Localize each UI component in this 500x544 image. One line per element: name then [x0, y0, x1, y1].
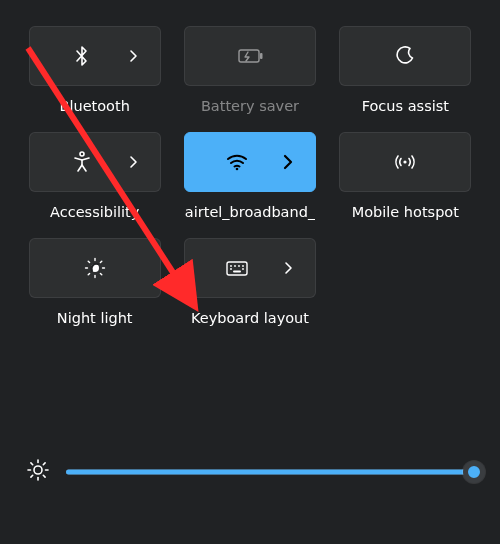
wifi-chevron-icon[interactable]	[283, 154, 293, 170]
brightness-slider[interactable]	[66, 460, 474, 484]
svg-point-17	[238, 265, 240, 267]
battery-saver-tile[interactable]	[184, 26, 316, 86]
svg-line-11	[100, 273, 101, 274]
brightness-row	[26, 458, 474, 486]
svg-line-12	[88, 273, 89, 274]
moon-icon	[395, 46, 415, 66]
mobile-hotspot-tile-wrap: Mobile hotspot	[337, 132, 474, 220]
hotspot-icon	[393, 152, 417, 172]
svg-rect-21	[233, 271, 241, 273]
svg-point-20	[242, 268, 244, 270]
svg-rect-1	[260, 53, 263, 59]
svg-point-16	[234, 265, 236, 267]
battery-saver-tile-wrap: Battery saver	[181, 26, 318, 114]
accessibility-icon	[72, 151, 92, 173]
svg-point-4	[404, 160, 407, 163]
quick-settings-panel: Bluetooth Battery saver	[0, 0, 500, 326]
bluetooth-tile[interactable]	[29, 26, 161, 86]
svg-point-22	[34, 466, 42, 474]
night-light-icon	[84, 257, 106, 279]
svg-line-30	[43, 463, 45, 465]
svg-rect-14	[227, 262, 247, 275]
wifi-icon	[226, 153, 248, 171]
bluetooth-icon	[73, 45, 91, 67]
svg-line-13	[100, 261, 101, 262]
svg-point-18	[242, 265, 244, 267]
svg-line-28	[43, 475, 45, 477]
mobile-hotspot-tile[interactable]	[339, 132, 471, 192]
mobile-hotspot-label: Mobile hotspot	[352, 204, 459, 220]
brightness-fill	[66, 470, 474, 475]
brightness-thumb[interactable]	[463, 461, 485, 483]
accessibility-chevron-icon[interactable]	[129, 155, 138, 169]
focus-assist-tile[interactable]	[339, 26, 471, 86]
accessibility-tile-wrap: Accessibility	[26, 132, 163, 220]
svg-line-29	[31, 475, 33, 477]
accessibility-label: Accessibility	[50, 204, 139, 220]
svg-line-27	[31, 463, 33, 465]
keyboard-icon	[225, 259, 249, 277]
bluetooth-chevron-icon[interactable]	[129, 49, 138, 63]
svg-point-19	[230, 268, 232, 270]
svg-line-10	[88, 261, 89, 262]
empty-tile-wrap	[337, 238, 474, 326]
night-light-label: Night light	[57, 310, 133, 326]
tiles-grid: Bluetooth Battery saver	[26, 26, 474, 326]
focus-assist-label: Focus assist	[362, 98, 449, 114]
keyboard-layout-tile[interactable]	[184, 238, 316, 298]
wifi-label: airtel_broadband_	[185, 204, 315, 220]
night-light-tile[interactable]	[29, 238, 161, 298]
keyboard-layout-label: Keyboard layout	[191, 310, 309, 326]
keyboard-layout-chevron-icon[interactable]	[284, 261, 293, 275]
accessibility-tile[interactable]	[29, 132, 161, 192]
svg-point-15	[230, 265, 232, 267]
bluetooth-label: Bluetooth	[59, 98, 129, 114]
svg-rect-0	[239, 50, 259, 62]
bluetooth-tile-wrap: Bluetooth	[26, 26, 163, 114]
keyboard-layout-tile-wrap: Keyboard layout	[181, 238, 318, 326]
focus-assist-tile-wrap: Focus assist	[337, 26, 474, 114]
wifi-tile[interactable]	[184, 132, 316, 192]
wifi-tile-wrap: airtel_broadband_	[181, 132, 318, 220]
svg-point-3	[236, 168, 239, 171]
night-light-tile-wrap: Night light	[26, 238, 163, 326]
battery-saver-label: Battery saver	[201, 98, 299, 114]
brightness-icon	[26, 458, 50, 486]
battery-saver-icon	[236, 48, 264, 64]
svg-point-2	[80, 152, 84, 156]
